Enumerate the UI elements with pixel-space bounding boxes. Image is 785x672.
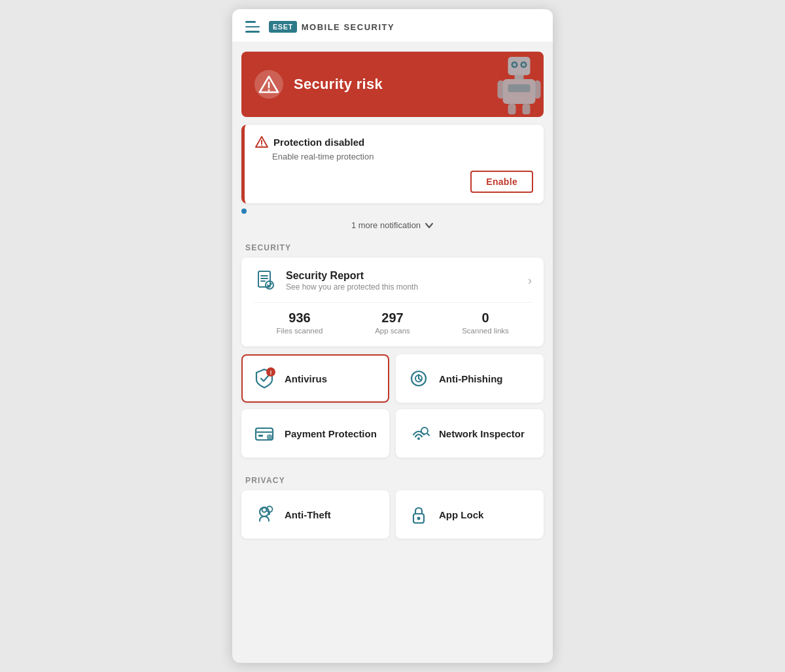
svg-rect-10 <box>508 84 531 92</box>
report-subtitle: See how you are protected this month <box>286 282 418 292</box>
svg-rect-12 <box>534 80 541 99</box>
svg-point-7 <box>522 63 525 66</box>
svg-rect-14 <box>523 104 531 114</box>
feature-card-antivirus[interactable]: ! Antivirus <box>241 354 389 403</box>
feature-card-anti-phishing[interactable]: Anti-Phishing <box>396 354 544 403</box>
feature-label-anti-theft: Anti-Theft <box>285 509 331 520</box>
svg-rect-8 <box>515 75 524 79</box>
stat-value-apps: 297 <box>346 311 439 326</box>
feature-card-network-inspector[interactable]: Network Inspector <box>396 409 544 458</box>
notification-card: Protection disabled Enable real-time pro… <box>241 125 544 203</box>
report-chevron-icon: › <box>528 274 532 288</box>
network-inspector-icon <box>406 421 431 446</box>
report-header: Security Report See how you are protecte… <box>253 268 532 293</box>
svg-line-34 <box>427 433 429 435</box>
feature-label-payment-protection: Payment Protection <box>285 428 377 439</box>
robot-illustration <box>485 52 544 117</box>
report-title: Security Report <box>286 270 418 282</box>
feature-label-anti-phishing: Anti-Phishing <box>439 373 503 384</box>
svg-rect-31 <box>258 435 263 437</box>
chevron-down-icon <box>425 221 434 230</box>
antivirus-icon: ! <box>252 366 277 391</box>
security-report-card[interactable]: Security Report See how you are protecte… <box>241 258 544 346</box>
privacy-section-label: PRIVACY <box>232 467 553 490</box>
feature-label-antivirus: Antivirus <box>285 373 327 384</box>
header: ESET MOBILE SECURITY <box>232 9 553 42</box>
privacy-features-grid: Anti-Theft App Lock <box>241 490 544 539</box>
stat-app-scans: 297 App scans <box>346 311 439 335</box>
more-notifications[interactable]: 1 more notification <box>232 214 553 234</box>
report-text: Security Report See how you are protecte… <box>286 270 418 292</box>
app-lock-icon <box>406 502 431 527</box>
anti-phishing-icon <box>406 366 431 391</box>
security-section-label: SECURITY <box>232 234 553 258</box>
privacy-section: PRIVACY Anti-Theft <box>232 467 553 539</box>
pagination-dot <box>241 209 247 214</box>
stat-label-links: Scanned links <box>439 327 532 335</box>
svg-rect-3 <box>508 57 531 75</box>
svg-point-17 <box>261 145 262 146</box>
eset-logo: ESET <box>269 21 297 33</box>
stat-label-files: Files scanned <box>253 327 346 335</box>
svg-point-32 <box>417 437 420 440</box>
svg-text:!: ! <box>270 369 272 376</box>
notif-subtitle: Enable real-time protection <box>272 152 533 161</box>
banner-title: Security risk <box>294 76 383 93</box>
banner-alert-icon <box>254 70 283 99</box>
svg-rect-11 <box>498 80 504 99</box>
notif-title: Protection disabled <box>273 137 364 148</box>
feature-label-network-inspector: Network Inspector <box>439 428 525 439</box>
report-icon <box>253 268 278 293</box>
svg-rect-18 <box>258 271 270 287</box>
svg-rect-13 <box>508 104 516 114</box>
brand-text: MOBILE SECURITY <box>302 22 394 32</box>
anti-theft-icon <box>252 502 277 527</box>
feature-card-app-lock[interactable]: App Lock <box>396 490 544 539</box>
stat-files-scanned: 936 Files scanned <box>253 311 346 335</box>
svg-point-40 <box>417 517 421 520</box>
notif-header: Protection disabled <box>255 135 533 148</box>
brand: ESET MOBILE SECURITY <box>269 21 394 33</box>
svg-point-36 <box>262 508 267 512</box>
svg-point-6 <box>513 63 516 66</box>
feature-label-app-lock: App Lock <box>439 509 483 520</box>
svg-line-28 <box>419 378 421 380</box>
security-banner: Security risk <box>241 52 544 117</box>
stat-value-files: 936 <box>253 311 346 326</box>
menu-button[interactable] <box>245 21 260 33</box>
report-header-left: Security Report See how you are protecte… <box>253 268 418 293</box>
phone-frame: ESET MOBILE SECURITY Security risk <box>232 9 553 663</box>
notif-warning-icon <box>255 135 268 148</box>
security-features-grid: ! Antivirus Anti-Phishing <box>241 354 544 458</box>
feature-card-payment-protection[interactable]: Payment Protection <box>241 409 389 458</box>
stat-value-links: 0 <box>439 311 532 326</box>
report-stats: 936 Files scanned 297 App scans 0 Scanne… <box>253 302 532 335</box>
pagination-indicator <box>241 209 544 214</box>
feature-card-anti-theft[interactable]: Anti-Theft <box>241 490 389 539</box>
enable-button[interactable]: Enable <box>470 171 533 193</box>
stat-scanned-links: 0 Scanned links <box>439 311 532 335</box>
stat-label-apps: App scans <box>346 327 439 335</box>
warning-triangle-icon <box>258 74 279 95</box>
svg-point-2 <box>268 90 270 92</box>
payment-protection-icon <box>252 421 277 446</box>
